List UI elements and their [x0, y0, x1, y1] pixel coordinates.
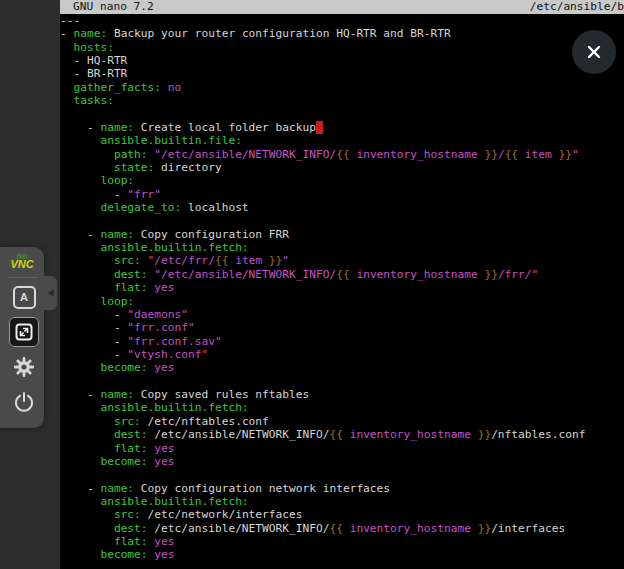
terminal-line: loop: [60, 295, 624, 308]
terminal-line: src: "/etc/frr/{{ item }}" [60, 254, 624, 267]
terminal-window: GNU nano 7.2 /etc/ansible/b ---- name: B… [60, 0, 624, 569]
close-button[interactable] [572, 30, 616, 74]
terminal-line [60, 214, 624, 227]
fullscreen-button[interactable] [9, 317, 39, 347]
terminal-line: ansible.builtin.fetch: [60, 401, 624, 414]
terminal-line: - "frr" [60, 188, 624, 201]
power-icon [13, 391, 35, 413]
nano-file-path: /etc/ansible/b [530, 0, 624, 14]
terminal-line: src: /etc/network/interfaces [60, 508, 624, 521]
terminal-line [60, 468, 624, 481]
terminal-line: - name: Create local folder backup [60, 121, 624, 134]
terminal-line: dest: /etc/ansible/NETWORK_INFO/{{ inven… [60, 522, 624, 535]
terminal-line: become: yes [60, 361, 624, 374]
terminal-line: - "frr.conf.sav" [60, 335, 624, 348]
terminal-line [60, 108, 624, 121]
terminal-line: dest: "/etc/ansible/NETWORK_INFO/{{ inve… [60, 268, 624, 281]
chevron-left-icon: ◀ [47, 289, 53, 297]
terminal-line: - name: Copy configuration network inter… [60, 482, 624, 495]
power-button[interactable] [9, 387, 39, 417]
terminal-line: flat: yes [60, 535, 624, 548]
keyboard-button[interactable]: A [9, 282, 39, 312]
terminal-line: become: yes [60, 455, 624, 468]
terminal-line: loop: [60, 174, 624, 187]
terminal-line: state: directory [60, 161, 624, 174]
terminal-line: ansible.builtin.fetch: [60, 241, 624, 254]
terminal-line: src: /etc/nftables.conf [60, 415, 624, 428]
settings-button[interactable] [9, 352, 39, 382]
terminal-line: - "vtysh.conf" [60, 348, 624, 361]
terminal-line: flat: yes [60, 442, 624, 455]
terminal-line: - BR-RTR [60, 67, 624, 80]
terminal-lines[interactable]: ---- name: Backup your router configurat… [60, 14, 624, 569]
gear-icon [13, 356, 35, 378]
terminal-line: ansible.builtin.fetch: [60, 495, 624, 508]
terminal-line: - HQ-RTR [60, 54, 624, 67]
terminal-line: - name: Copy saved rules nftables [60, 388, 624, 401]
terminal-line: dest: /etc/ansible/NETWORK_INFO/{{ inven… [60, 428, 624, 441]
control-bar-separator [8, 277, 38, 278]
terminal-line: delegate_to: localhost [60, 201, 624, 214]
nano-app-title: GNU nano 7.2 [73, 0, 154, 14]
terminal-line: - "daemons" [60, 308, 624, 321]
novnc-logo-bottom: VNC [0, 260, 44, 268]
terminal-line: gather_facts: no [60, 81, 624, 94]
control-bar-handle[interactable]: ◀ [44, 276, 57, 310]
novnc-control-bar: no VNC A [0, 247, 44, 428]
terminal-line: - name: Copy configuration FRR [60, 228, 624, 241]
fullscreen-icon [14, 322, 34, 342]
terminal-line: flat: yes [60, 281, 624, 294]
terminal-line: - name: Backup your router configuration… [60, 27, 624, 40]
terminal-line [60, 375, 624, 388]
terminal-line: ansible.builtin.file: [60, 134, 624, 147]
terminal-line: --- [60, 14, 624, 27]
terminal-line: - "frr.conf" [60, 321, 624, 334]
novnc-logo: no VNC [0, 252, 44, 268]
nano-titlebar: GNU nano 7.2 /etc/ansible/b [60, 0, 624, 14]
terminal-line: hosts: [60, 41, 624, 54]
terminal-line: tasks: [60, 94, 624, 107]
terminal-line: become: yes [60, 548, 624, 561]
terminal-line: path: "/etc/ansible/NETWORK_INFO/{{ inve… [60, 148, 624, 161]
keyboard-key-icon: A [13, 286, 36, 309]
close-icon [585, 43, 603, 61]
